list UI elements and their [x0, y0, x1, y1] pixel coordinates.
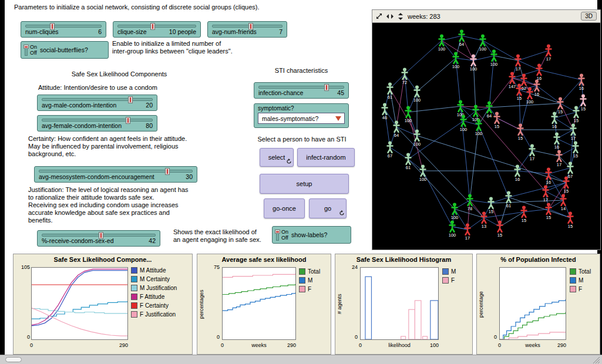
- switch-social-butterflies[interactable]: OnOff social-butterflies?: [21, 41, 109, 59]
- legend-swatch: [442, 268, 449, 275]
- go-button[interactable]: go: [309, 198, 347, 218]
- histogram-bar: [409, 309, 415, 339]
- setup-button[interactable]: setup: [260, 174, 349, 194]
- horizontal-arrows-icon[interactable]: [386, 14, 394, 19]
- switch-handle[interactable]: [23, 45, 29, 49]
- plot-title: Safe Sex Likelihood Histogram: [335, 256, 472, 263]
- person-node[interactable]: 16: [515, 165, 520, 183]
- person-node[interactable]: 100: [479, 35, 487, 52]
- slider-track[interactable]: [39, 170, 193, 173]
- person-node[interactable]: 17: [546, 45, 551, 62]
- slider-handle[interactable]: [248, 23, 253, 30]
- person-node[interactable]: 64: [394, 121, 399, 139]
- slider-avg-female-condom-intention[interactable]: avg-female-condom-intention80: [37, 115, 157, 132]
- switch-track[interactable]: [276, 230, 279, 241]
- go-once-button[interactable]: go-once: [264, 198, 305, 218]
- person-node[interactable]: 15: [558, 97, 563, 115]
- person-node[interactable]: 17: [543, 186, 549, 203]
- person-node[interactable]: 15: [489, 197, 494, 215]
- person-node[interactable]: 17: [465, 224, 470, 241]
- resize-view-icon[interactable]: [376, 13, 382, 19]
- person-node[interactable]: 15: [497, 221, 503, 238]
- slider-avg-male-condom-intention[interactable]: avg-male-condom-intention20: [37, 95, 157, 111]
- switch-handle[interactable]: [275, 230, 280, 234]
- person-label: 67: [388, 153, 392, 159]
- person-node[interactable]: 15: [522, 206, 527, 224]
- y-max-label: 75: [206, 264, 220, 270]
- person-node[interactable]: 100: [470, 55, 477, 72]
- slider-track[interactable]: [25, 25, 102, 28]
- slider-clique-size[interactable]: clique-size10 people: [113, 21, 201, 38]
- infect-random-button[interactable]: infect-random: [297, 148, 355, 167]
- vertical-arrows-icon[interactable]: [398, 13, 403, 20]
- person-node[interactable]: 147: [509, 72, 516, 90]
- plot-series-line: [32, 301, 127, 319]
- person-node[interactable]: 15: [568, 212, 573, 230]
- person-node[interactable]: 61: [388, 83, 393, 100]
- switch-show-labels[interactable]: OnOff show-labels?: [272, 226, 351, 244]
- slider-track[interactable]: [42, 98, 153, 101]
- x-max-label: 290: [549, 342, 566, 348]
- slider-value: 45: [337, 89, 344, 96]
- slider-handle[interactable]: [126, 117, 130, 124]
- person-node[interactable]: 15: [581, 95, 586, 112]
- world-svg[interactable]: 1006410010010010017161476216151001515161…: [372, 23, 600, 250]
- person-node[interactable]: 15: [518, 124, 523, 141]
- person-node[interactable]: 61: [506, 191, 512, 209]
- chooser-symptomatic[interactable]: symptomatic? males-symptomatic?: [254, 103, 349, 128]
- slider-handle[interactable]: [150, 23, 155, 30]
- person-node[interactable]: 100: [419, 165, 427, 183]
- person-node[interactable]: 16: [534, 80, 540, 97]
- person-node[interactable]: 15: [574, 106, 579, 124]
- switch-track[interactable]: [25, 45, 28, 56]
- person-node[interactable]: 16: [552, 112, 557, 130]
- person-node[interactable]: 17: [516, 55, 521, 72]
- threed-button[interactable]: 3D: [581, 12, 597, 21]
- switch-off-label: Off: [281, 235, 288, 241]
- person-node[interactable]: 67: [568, 162, 573, 180]
- person-node[interactable]: 64: [459, 30, 465, 48]
- person-node[interactable]: 100: [405, 106, 412, 124]
- slider-handle[interactable]: [128, 96, 133, 103]
- legend-item: M Certainty: [131, 276, 177, 282]
- chevron-down-icon: [335, 116, 341, 121]
- slider-track[interactable]: [258, 86, 344, 89]
- slider-track[interactable]: [117, 25, 196, 28]
- person-node[interactable]: 100: [526, 87, 534, 105]
- person-node[interactable]: 67: [388, 141, 393, 159]
- slider-handle[interactable]: [50, 23, 55, 30]
- slider-track[interactable]: [42, 119, 153, 122]
- world-canvas[interactable]: 1006410010010010017161476216151001515161…: [372, 23, 600, 250]
- slider-handle[interactable]: [99, 232, 103, 239]
- chooser-dropdown[interactable]: males-symptomatic?: [258, 113, 345, 124]
- person-node[interactable]: 16: [579, 74, 584, 92]
- network-link: [518, 50, 549, 60]
- person-label: 15: [497, 232, 502, 238]
- plot-series-line: [32, 271, 127, 326]
- person-label: 61: [388, 95, 392, 100]
- person-node[interactable]: 100: [451, 203, 459, 221]
- slider-track[interactable]: [212, 25, 282, 28]
- person-node[interactable]: 100: [413, 130, 421, 147]
- legend-swatch: [131, 294, 137, 300]
- slider-handle[interactable]: [324, 84, 329, 91]
- slider-num-cliques[interactable]: num-cliques6: [21, 21, 106, 38]
- slider-infection-chance[interactable]: infection-chance45: [254, 82, 349, 99]
- resize-grip-icon[interactable]: [593, 356, 600, 364]
- select-button[interactable]: select: [260, 148, 294, 167]
- netlogo-window: Parameters to initialize a social networ…: [0, 0, 602, 364]
- person-node[interactable]: 15: [573, 141, 579, 159]
- horizontal-scrollbar-thumb[interactable]: [5, 357, 22, 362]
- slider-receive-condom-sex-ed[interactable]: %-receive-condom-sex-ed42: [37, 230, 160, 247]
- person-node[interactable]: 17: [557, 150, 562, 168]
- slider-avg-mesosystem-condom-encouragement[interactable]: avg-mesosystem-condom-encouragement30: [34, 166, 197, 183]
- slider-track[interactable]: [42, 234, 156, 237]
- person-node[interactable]: 16: [554, 133, 560, 150]
- person-node[interactable]: 15: [495, 112, 500, 130]
- slider-handle[interactable]: [165, 168, 170, 175]
- legend-label: F Attitude: [140, 294, 164, 300]
- slider-avg-num-friends[interactable]: avg-num-friends7: [207, 21, 287, 38]
- person-node[interactable]: 15: [546, 203, 551, 221]
- person-node[interactable]: 61: [406, 153, 411, 171]
- person-node[interactable]: 100: [449, 221, 456, 238]
